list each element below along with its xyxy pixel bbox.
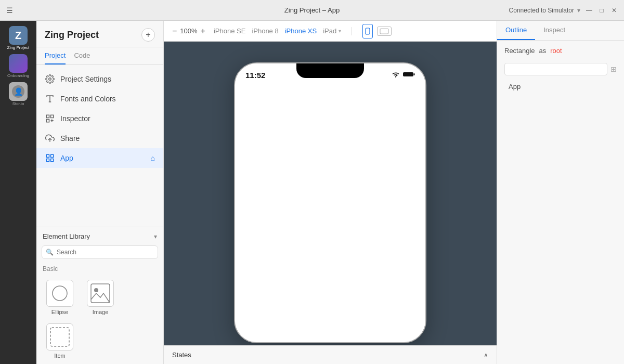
- svg-point-15: [94, 288, 98, 292]
- device-iphone-8[interactable]: iPhone 8: [252, 27, 278, 35]
- project-tab-bar: Project Code: [36, 47, 163, 65]
- app-sidebar: Z Zing Project Onboarding 👤 Stor.io: [0, 21, 36, 364]
- states-chevron-icon[interactable]: ∧: [484, 352, 488, 359]
- sidebar-item-storio[interactable]: 👤 Stor.io: [6, 82, 30, 106]
- breadcrumb-root: root: [550, 47, 562, 55]
- menu-item-app[interactable]: App ⌂: [36, 148, 163, 168]
- zing-label: Zing Project: [7, 46, 30, 50]
- el-items: Ellipse Image: [36, 275, 163, 364]
- menu-item-project-settings[interactable]: Project Settings: [36, 69, 163, 89]
- hamburger-icon[interactable]: ☰: [6, 6, 13, 15]
- el-item-image[interactable]: Image: [81, 277, 120, 318]
- home-icon: ⌂: [151, 154, 155, 162]
- item-label: Item: [54, 353, 65, 359]
- simulator-dropdown[interactable]: ▾: [577, 7, 580, 14]
- states-bar[interactable]: States ∧: [164, 345, 497, 364]
- project-title: Zing Project: [45, 30, 99, 41]
- el-chevron-icon[interactable]: ▾: [154, 233, 157, 240]
- grid-icon: [45, 153, 55, 163]
- outline-search-input[interactable]: [504, 63, 607, 75]
- outline-search-area: ⊞: [504, 63, 617, 75]
- device-separator: [352, 27, 352, 35]
- svg-rect-12: [51, 159, 54, 162]
- device-iphone-se[interactable]: iPhone SE: [214, 27, 245, 35]
- canvas-area: − 100% + iPhone SE iPhone 8 iPhone XS iP…: [164, 21, 497, 364]
- device-ipad[interactable]: iPad ▾: [323, 27, 341, 35]
- canvas-content[interactable]: 11:52: [164, 42, 497, 345]
- svg-rect-16: [50, 328, 69, 346]
- titlebar: ☰ Zing Project – App Connected to Simula…: [0, 0, 624, 21]
- device-iphone-xs[interactable]: iPhone XS: [285, 27, 317, 35]
- canvas-toolbar: − 100% + iPhone SE iPhone 8 iPhone XS iP…: [164, 21, 497, 42]
- storio-label: Stor.io: [12, 102, 24, 106]
- gear-icon: [45, 74, 55, 84]
- app-label: App: [60, 154, 146, 162]
- minimize-button[interactable]: —: [586, 7, 593, 14]
- outline-item-app[interactable]: App: [504, 80, 617, 94]
- el-header-label: Element Library: [43, 232, 90, 240]
- maximize-button[interactable]: □: [598, 7, 605, 14]
- simulator-status: Connected to Simulator ▾: [509, 7, 580, 14]
- tab-outline[interactable]: Outline: [497, 21, 535, 40]
- tab-project[interactable]: Project: [45, 47, 66, 64]
- menu-item-fonts-colors[interactable]: Fonts and Colors: [36, 89, 163, 109]
- zoom-minus-button[interactable]: −: [172, 27, 177, 36]
- zoom-plus-button[interactable]: +: [201, 27, 205, 36]
- el-item-item[interactable]: Item: [41, 320, 79, 362]
- device-buttons: iPhone SE iPhone 8 iPhone XS iPad ▾: [214, 27, 341, 35]
- tab-code[interactable]: Code: [74, 47, 90, 64]
- chart-icon: [45, 113, 55, 124]
- right-tab-bar: Outline Inspect: [497, 21, 624, 41]
- portrait-mode-button[interactable]: [362, 24, 373, 38]
- breadcrumb-as: as: [539, 47, 547, 55]
- breadcrumb: Rectangle as root: [504, 47, 617, 55]
- phone-status-icons: [392, 71, 415, 79]
- phone-notch: [296, 63, 364, 78]
- outline-grid-icon[interactable]: ⊞: [610, 65, 617, 73]
- svg-point-13: [53, 286, 67, 301]
- svg-rect-5: [46, 120, 49, 122]
- ellipse-label: Ellipse: [51, 309, 68, 315]
- svg-rect-11: [46, 159, 49, 162]
- item-thumb: [46, 323, 73, 350]
- svg-rect-9: [46, 154, 49, 157]
- svg-rect-4: [51, 115, 54, 118]
- svg-rect-3: [46, 115, 49, 118]
- project-panel-header: Zing Project +: [36, 21, 163, 47]
- phone-body: [235, 86, 425, 342]
- project-settings-label: Project Settings: [60, 75, 155, 83]
- inspector-label: Inspector: [60, 114, 155, 123]
- svg-rect-14: [91, 284, 110, 303]
- share-label: Share: [60, 134, 155, 142]
- project-panel: Zing Project + Project Code Project Sett…: [36, 21, 164, 364]
- battery-icon: [402, 71, 415, 79]
- svg-point-19: [395, 76, 396, 77]
- onboarding-icon: [9, 54, 28, 73]
- zoom-level: 100%: [180, 27, 197, 35]
- tab-inspect[interactable]: Inspect: [535, 21, 574, 40]
- svg-point-0: [49, 78, 51, 81]
- svg-rect-17: [366, 28, 370, 34]
- storio-icon: 👤: [9, 82, 28, 101]
- breadcrumb-rectangle: Rectangle: [504, 47, 535, 55]
- outline-tree: ⊞ App: [504, 63, 617, 94]
- el-item-ellipse[interactable]: Ellipse: [41, 277, 79, 318]
- add-button[interactable]: +: [141, 28, 155, 42]
- menu-item-share[interactable]: Share: [36, 128, 163, 148]
- search-icon: 🔍: [46, 249, 54, 256]
- states-label: States: [172, 351, 191, 359]
- landscape-mode-button[interactable]: [377, 27, 392, 36]
- device-dropdown-icon: ▾: [339, 28, 341, 34]
- el-search-input[interactable]: [42, 245, 158, 259]
- menu-item-inspector[interactable]: Inspector: [36, 109, 163, 128]
- element-library: Element Library ▾ 🔍 Basic Ellipse: [36, 227, 163, 364]
- sidebar-item-onboarding[interactable]: Onboarding: [6, 54, 30, 78]
- svg-rect-20: [403, 72, 413, 76]
- project-menu: Project Settings Fonts and Colors: [36, 65, 163, 227]
- fonts-colors-label: Fonts and Colors: [60, 95, 155, 103]
- close-button[interactable]: ✕: [610, 7, 618, 14]
- sidebar-item-zing[interactable]: Z Zing Project: [6, 26, 30, 50]
- phone-time: 11:52: [245, 71, 265, 80]
- titlebar-title: Zing Project – App: [284, 6, 340, 14]
- el-section-label: Basic: [36, 263, 163, 275]
